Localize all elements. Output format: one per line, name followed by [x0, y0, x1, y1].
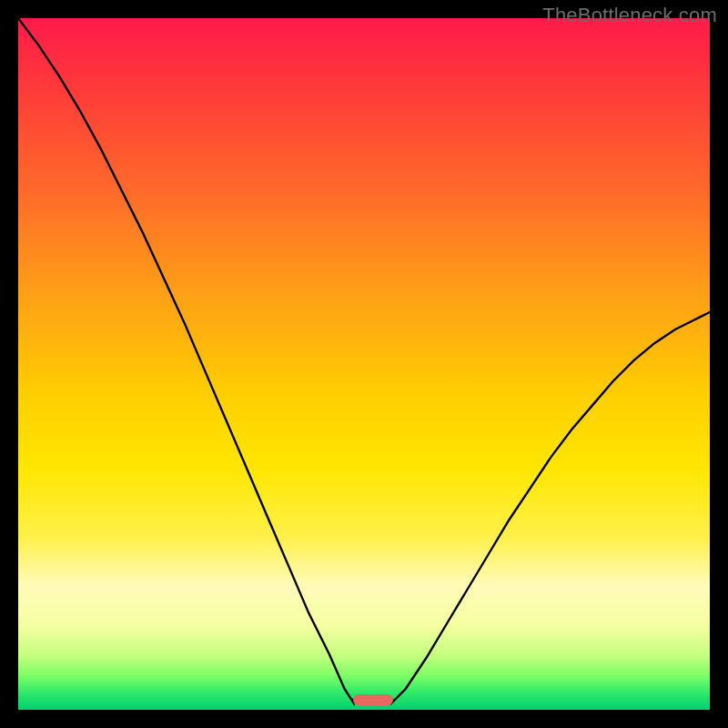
watermark-text: TheBottleneck.com	[542, 4, 717, 27]
optimum-marker	[353, 694, 393, 705]
bottleneck-curve	[18, 18, 710, 710]
plot-area	[18, 18, 710, 710]
chart-frame: TheBottleneck.com	[0, 0, 728, 728]
